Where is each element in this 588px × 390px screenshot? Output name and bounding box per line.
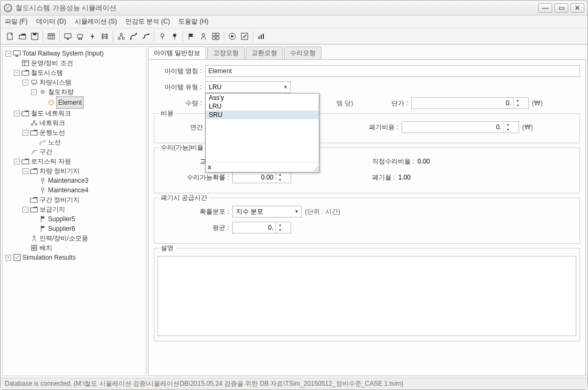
tree-s6[interactable]: Supplier6 bbox=[48, 224, 75, 233]
tree-vehbase[interactable]: 차량 정비기지 bbox=[40, 166, 80, 176]
distribution-select[interactable]: 지수 분포 ▼ bbox=[232, 206, 302, 217]
item-name-input[interactable] bbox=[205, 65, 580, 77]
item-type-select[interactable]: LRU ▼ bbox=[205, 81, 291, 93]
grid-icon bbox=[30, 245, 38, 252]
resize-handle-icon[interactable] bbox=[312, 166, 319, 172]
tree-toggle[interactable]: + bbox=[5, 255, 11, 261]
up-icon[interactable]: ▲ bbox=[276, 222, 284, 228]
menu-file[interactable]: 파일 (F) bbox=[5, 17, 28, 26]
base2-icon[interactable] bbox=[169, 31, 180, 42]
tree-segment[interactable]: 구간 bbox=[40, 147, 52, 157]
tree-railsys[interactable]: 철도시스템 bbox=[31, 68, 63, 77]
tree-m3[interactable]: Maintenance3 bbox=[48, 176, 88, 185]
maximize-button[interactable]: ▭ bbox=[554, 3, 568, 13]
tree-toggle[interactable]: − bbox=[14, 111, 20, 116]
tree-railnet[interactable]: 철도 네트워크 bbox=[31, 108, 71, 118]
base1-icon[interactable] bbox=[157, 31, 168, 42]
tree-oproute[interactable]: 운행노선 bbox=[40, 128, 65, 137]
up-icon[interactable]: ▲ bbox=[504, 122, 512, 127]
open-icon[interactable] bbox=[17, 31, 28, 42]
menu-sensitivity[interactable]: 민감도 분석 (C) bbox=[126, 17, 170, 26]
lightning-icon[interactable] bbox=[87, 31, 98, 42]
tree-network[interactable]: 네트워크 bbox=[40, 118, 65, 128]
tree-segbase[interactable]: 구간 정비기지 bbox=[40, 195, 80, 205]
play-icon[interactable] bbox=[227, 31, 238, 42]
disposal-cost-spinner[interactable]: ▲▼ bbox=[402, 121, 519, 133]
tracks-icon[interactable] bbox=[99, 31, 110, 42]
dropdown-close[interactable]: x bbox=[206, 162, 319, 172]
grid-icon[interactable] bbox=[46, 31, 57, 42]
route-icon[interactable] bbox=[128, 31, 139, 42]
up-icon[interactable]: ▲ bbox=[514, 98, 522, 103]
tree-element[interactable]: Element bbox=[57, 97, 83, 108]
tree-logistic[interactable]: 로지스틱 자원 bbox=[31, 157, 71, 166]
price-spinner[interactable]: ▲▼ bbox=[411, 97, 529, 109]
tree-supbase[interactable]: 보급기지 bbox=[40, 205, 65, 214]
tree-toggle[interactable]: − bbox=[14, 70, 20, 76]
segment-icon[interactable] bbox=[140, 31, 151, 42]
dropdown-option-lru[interactable]: LRU bbox=[206, 102, 319, 111]
check-icon[interactable] bbox=[239, 31, 250, 42]
tree-personnel[interactable]: 인력/장비/소모품 bbox=[40, 233, 88, 243]
tree-opcond[interactable]: 운영/정비 조건 bbox=[31, 58, 73, 68]
tree-vehsys[interactable]: 차량시스템 bbox=[40, 77, 72, 87]
tree-route[interactable]: 노선 bbox=[48, 137, 61, 147]
tree-toggle[interactable]: − bbox=[14, 159, 20, 165]
statusbar: Database is connected, (M:\철도 시뮬레이션 검증\시… bbox=[1, 378, 587, 389]
tab-repair[interactable]: 수리모형 bbox=[284, 46, 322, 59]
tree-s5[interactable]: Supplier5 bbox=[48, 214, 75, 224]
down-icon[interactable]: ▼ bbox=[504, 127, 512, 132]
tree-root[interactable]: Total Railway System (Input) bbox=[22, 49, 104, 58]
tree-toggle[interactable]: − bbox=[22, 130, 28, 136]
pin-icon bbox=[38, 187, 46, 194]
price-input[interactable] bbox=[412, 98, 513, 108]
app-icon bbox=[4, 4, 12, 12]
down-icon[interactable]: ▼ bbox=[514, 103, 522, 108]
tree-toggle[interactable]: − bbox=[22, 168, 28, 174]
svg-rect-8 bbox=[65, 34, 71, 38]
tree-layout[interactable]: 배치 bbox=[40, 243, 52, 253]
dropdown-option-sru[interactable]: SRU bbox=[206, 111, 319, 119]
repair-prob-spinner[interactable]: ▲▼ bbox=[232, 171, 291, 183]
minimize-button[interactable]: — bbox=[538, 3, 552, 13]
svg-rect-63 bbox=[30, 131, 37, 135]
close-button[interactable]: ✕ bbox=[570, 3, 584, 13]
menu-data[interactable]: 데이터 (D) bbox=[36, 17, 66, 26]
tab-replace[interactable]: 교환모형 bbox=[246, 46, 283, 59]
tree-toggle[interactable]: − bbox=[22, 80, 28, 85]
tab-general[interactable]: 아이템 일반정보 bbox=[148, 46, 206, 59]
svg-rect-79 bbox=[35, 248, 37, 251]
monitor-icon[interactable] bbox=[62, 31, 73, 42]
network-icon[interactable] bbox=[116, 31, 127, 42]
save-icon[interactable] bbox=[29, 31, 40, 42]
down-icon[interactable]: ▼ bbox=[276, 228, 284, 233]
train-icon[interactable] bbox=[75, 31, 85, 42]
flag-icon[interactable] bbox=[186, 31, 197, 42]
up-icon[interactable]: ▲ bbox=[276, 172, 284, 177]
tree-toggle[interactable]: − bbox=[5, 51, 11, 57]
layout-icon[interactable] bbox=[210, 31, 221, 42]
new-icon[interactable] bbox=[5, 31, 15, 42]
down-icon[interactable]: ▼ bbox=[276, 177, 284, 183]
tree-toggle[interactable]: − bbox=[22, 207, 28, 213]
menu-help[interactable]: 도움말 (H) bbox=[178, 17, 208, 26]
svg-point-12 bbox=[81, 38, 82, 40]
tree-simres[interactable]: Simulation Results bbox=[22, 253, 75, 262]
menu-simulation[interactable]: 시뮬레이션 (S) bbox=[75, 17, 117, 26]
disposal-cost-input[interactable] bbox=[402, 122, 504, 132]
mean-spinner[interactable]: ▲▼ bbox=[232, 222, 291, 233]
repair-prob-input[interactable] bbox=[233, 172, 276, 183]
tree-m4[interactable]: Maintenance4 bbox=[48, 185, 88, 195]
chart-icon[interactable] bbox=[256, 31, 266, 42]
main-panel: 아이템 일반정보 고장모형 교환모형 수리모형 아이템 명칭 : 아이템 유형 … bbox=[148, 46, 586, 376]
person-icon[interactable] bbox=[198, 31, 209, 42]
description-textarea[interactable] bbox=[158, 256, 576, 336]
tab-failure[interactable]: 고장모형 bbox=[207, 46, 245, 59]
mean-label: 평균 : bbox=[160, 223, 229, 232]
tree-railcar[interactable]: 철도차량 bbox=[48, 87, 74, 97]
mean-input[interactable] bbox=[233, 222, 276, 233]
dropdown-option-assy[interactable]: Ass'y bbox=[206, 93, 319, 102]
supply-time-group: 폐기시 공급시간 확률분포 : 지수 분포 ▼ (단위 : 시간) 평균 : ▲… bbox=[154, 198, 580, 244]
tree-toggle[interactable]: − bbox=[31, 89, 37, 95]
pin-icon bbox=[38, 177, 46, 184]
